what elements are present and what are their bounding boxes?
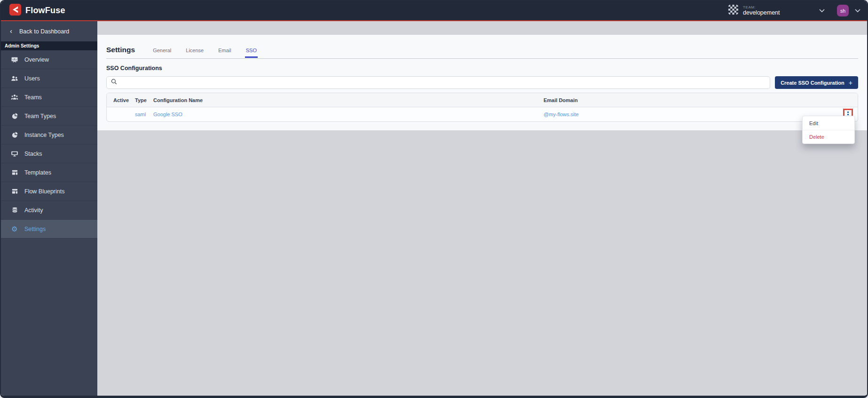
chevron-down-icon (855, 9, 860, 13)
team-text: TEAM: developement (743, 5, 780, 16)
back-label: Back to Dashboard (19, 28, 69, 35)
tabs-row: Settings General License Email SSO (106, 46, 858, 59)
gear-icon: ⚙ (11, 225, 18, 233)
app-window: FlowFuse TEAM: developement sh (0, 0, 868, 398)
sidebar-item-label: Flow Blueprints (24, 188, 64, 195)
user-group-icon (11, 94, 18, 101)
sidebar-item-activity[interactable]: Activity (1, 201, 97, 220)
main-area: Settings General License Email SSO SSO C… (97, 21, 867, 396)
search-icon (110, 78, 118, 87)
sidebar-item-label: Users (24, 75, 40, 82)
page-title: Settings (106, 46, 135, 54)
table-row[interactable]: saml Google SSO @my-flows.site (107, 107, 858, 121)
section-title: SSO Configurations (106, 65, 858, 72)
team-name: developement (743, 9, 780, 16)
tab-general[interactable]: General (152, 48, 172, 53)
sidebar-item-instance-types[interactable]: Instance Types (1, 126, 97, 144)
sidebar-item-flow-blueprints[interactable]: Flow Blueprints (1, 182, 97, 201)
team-label: TEAM: (743, 5, 780, 9)
brand[interactable]: FlowFuse (9, 4, 65, 17)
sidebar-item-users[interactable]: Users (1, 69, 97, 88)
column-header-email-domain: Email Domain (544, 97, 837, 103)
toolbar: Create SSO Configuration + (106, 76, 858, 89)
sidebar-item-team-types[interactable]: Team Types (1, 107, 97, 126)
column-header-configuration-name: Configuration Name (153, 97, 544, 103)
sidebar-item-label: Activity (24, 207, 43, 214)
column-header-active: Active (113, 97, 135, 103)
brand-name: FlowFuse (25, 6, 65, 16)
presentation-chart-icon (11, 56, 18, 64)
create-button-label: Create SSO Configuration (781, 80, 844, 86)
chevron-left-icon: ‹ (10, 27, 12, 34)
sidebar-item-settings[interactable]: ⚙ Settings (1, 220, 97, 239)
search-box[interactable] (106, 76, 770, 89)
user-menu[interactable]: sh (837, 5, 860, 16)
users-icon (11, 75, 18, 82)
plus-icon: + (849, 79, 852, 87)
search-input[interactable] (120, 80, 766, 86)
sidebar-item-stacks[interactable]: Stacks (1, 144, 97, 163)
sidebar-item-templates[interactable]: Templates (1, 163, 97, 182)
create-sso-configuration-button[interactable]: Create SSO Configuration + (775, 76, 858, 89)
cell-email-domain[interactable]: @my-flows.site (544, 111, 837, 117)
settings-card: Settings General License Email SSO SSO C… (97, 35, 867, 130)
sidebar-section-label: Admin Settings (1, 41, 97, 50)
tab-license[interactable]: License (185, 48, 205, 53)
pie-chart-icon (11, 112, 18, 120)
team-selector[interactable]: TEAM: developement (728, 5, 825, 16)
table-header-row: Active Type Configuration Name Email Dom… (107, 93, 858, 107)
tab-sso[interactable]: SSO (245, 48, 258, 53)
team-identicon (728, 5, 738, 16)
avatar: sh (837, 5, 849, 16)
database-icon (11, 207, 18, 214)
template-icon (11, 169, 18, 176)
sidebar-item-label: Overview (24, 56, 49, 63)
column-header-type: Type (135, 97, 153, 103)
row-context-menu: Edit Delete (802, 116, 855, 144)
cell-configuration-name[interactable]: Google SSO (153, 111, 544, 117)
admin-sidebar: ‹ Back to Dashboard Admin Settings Overv… (1, 21, 97, 396)
pie-chart-icon (11, 131, 18, 139)
context-menu-edit[interactable]: Edit (803, 116, 854, 130)
sidebar-item-overview[interactable]: Overview (1, 50, 97, 69)
tab-email[interactable]: Email (217, 48, 232, 53)
sidebar-item-label: Team Types (24, 113, 56, 119)
sidebar-item-teams[interactable]: Teams (1, 88, 97, 107)
template-icon (11, 188, 18, 195)
top-header: FlowFuse TEAM: developement sh (1, 1, 867, 20)
sso-configurations-table: Active Type Configuration Name Email Dom… (106, 93, 858, 122)
back-to-dashboard[interactable]: ‹ Back to Dashboard (1, 21, 97, 41)
sidebar-item-label: Settings (24, 226, 46, 232)
chevron-down-icon (819, 9, 825, 13)
context-menu-delete[interactable]: Delete (803, 130, 854, 143)
sidebar-item-label: Instance Types (24, 132, 64, 138)
header-right: TEAM: developement sh (728, 5, 860, 16)
desktop-icon (11, 150, 18, 158)
sidebar-item-label: Stacks (24, 151, 42, 157)
flowfuse-logo-icon (9, 4, 21, 17)
sidebar-item-label: Teams (24, 94, 42, 101)
sidebar-item-label: Templates (24, 169, 51, 176)
cell-type[interactable]: saml (135, 111, 153, 117)
